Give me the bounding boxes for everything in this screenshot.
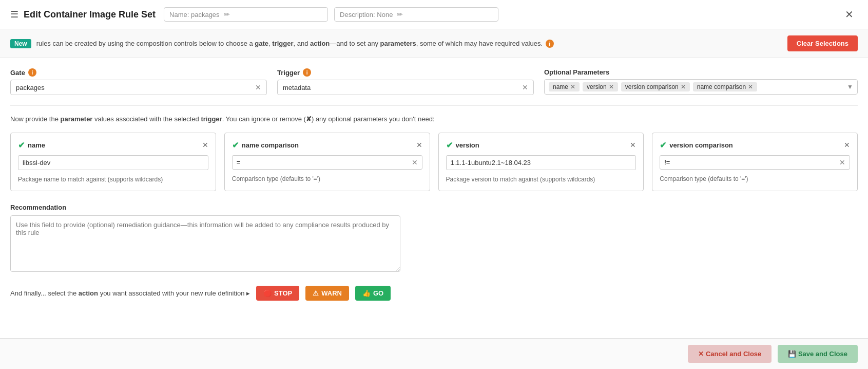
card-name-comparison-input-wrap: ✕ [232, 155, 422, 170]
param-tag-version-remove[interactable]: ✕ [609, 83, 614, 90]
card-name-comparison-description: Comparison type (defaults to '=') [232, 175, 422, 183]
stop-label: STOP [274, 289, 292, 297]
gate-label: Gate [10, 69, 25, 77]
card-version-comparison-title: version comparison [669, 141, 733, 149]
card-version-input[interactable] [446, 155, 636, 170]
stop-action-button[interactable]: 🛑 STOP [256, 286, 299, 301]
clear-selections-button[interactable]: Clear Selections [787, 35, 858, 51]
card-name-description: Package name to match against (supports … [18, 175, 208, 184]
param-card-version: ✔ version ✕ Package version to match aga… [438, 133, 644, 192]
description-field: Description: None ✏ [334, 7, 498, 22]
card-name-comparison-title: name comparison [242, 141, 299, 149]
param-tag-name-comparison: name comparison ✕ [693, 82, 757, 91]
trigger-label: Trigger [277, 69, 300, 77]
name-field-label: Name: packages [169, 11, 220, 19]
go-icon: 👍 [362, 289, 371, 297]
divider [10, 105, 858, 106]
trigger-value: metadata [283, 84, 519, 91]
card-version-title: version [456, 141, 479, 149]
recommendation-section: Recommendation [10, 204, 858, 273]
card-name-comparison-input[interactable] [237, 158, 409, 166]
trigger-select[interactable]: metadata ✕ [277, 80, 534, 95]
description-edit-icon[interactable]: ✏ [397, 10, 403, 19]
card-name-check-icon: ✔ [18, 140, 25, 150]
param-card-version-comparison: ✔ version comparison ✕ ✕ Comparison type… [652, 133, 858, 192]
card-name-comparison-close-button[interactable]: ✕ [416, 141, 422, 149]
recommendation-label: Recommendation [10, 204, 858, 211]
name-field: Name: packages ✏ [164, 7, 328, 22]
param-tag-version: version ✕ [583, 82, 618, 91]
action-row: And finally... select the action you wan… [10, 286, 858, 301]
go-label: GO [373, 289, 383, 297]
card-version-close-button[interactable]: ✕ [630, 141, 636, 149]
gate-select[interactable]: packages ✕ [10, 80, 267, 95]
banner-text: rules can be created by using the compos… [36, 39, 782, 49]
gate-info-icon[interactable]: i [28, 68, 36, 77]
action-label: And finally... select the action you wan… [10, 289, 250, 297]
param-cards-container: ✔ name ✕ Package name to match against (… [10, 133, 858, 192]
optional-params-dropdown[interactable]: ▼ [847, 83, 853, 90]
card-version-comparison-input[interactable] [664, 158, 836, 166]
param-tag-name: name ✕ [549, 82, 580, 91]
param-tag-version-comparison: version comparison ✕ [621, 82, 690, 91]
card-version-comparison-check-icon: ✔ [660, 140, 666, 150]
param-tag-name-comparison-remove[interactable]: ✕ [748, 83, 753, 90]
card-version-comparison-description: Comparison type (defaults to '=') [660, 175, 850, 183]
card-name-comparison-check-icon: ✔ [232, 140, 239, 150]
modal-footer: ✕ Cancel and Close 💾 Save and Close [0, 338, 868, 369]
param-card-name: ✔ name ✕ Package name to match against (… [10, 133, 216, 192]
modal-close-button[interactable]: ✕ [841, 6, 858, 23]
edit-icon: ☰ [10, 9, 18, 20]
info-icon[interactable]: i [546, 40, 554, 48]
card-version-comparison-clear-button[interactable]: ✕ [839, 158, 845, 167]
param-tag-name-remove[interactable]: ✕ [570, 83, 575, 90]
new-badge: New [10, 39, 31, 48]
card-version-comparison-close-button[interactable]: ✕ [844, 141, 850, 149]
recommendation-textarea[interactable] [10, 215, 400, 272]
warn-icon: ⚠ [313, 289, 319, 297]
save-close-button[interactable]: 💾 Save and Close [778, 345, 858, 363]
card-name-input[interactable] [18, 155, 208, 170]
go-action-button[interactable]: 👍 GO [355, 286, 391, 301]
trigger-info-icon[interactable]: i [303, 68, 311, 77]
card-name-title: name [28, 141, 45, 149]
card-name-close-button[interactable]: ✕ [202, 141, 208, 149]
card-version-description: Package version to match against (suppor… [446, 175, 636, 184]
stop-icon: 🛑 [263, 289, 272, 297]
page-title: Edit Container Image Rule Set [24, 9, 156, 20]
param-tag-version-comparison-remove[interactable]: ✕ [681, 83, 686, 90]
name-edit-icon[interactable]: ✏ [224, 10, 230, 19]
warn-label: WARN [321, 289, 342, 297]
card-version-check-icon: ✔ [446, 140, 453, 150]
card-version-comparison-input-wrap: ✕ [660, 155, 850, 170]
cancel-close-button[interactable]: ✕ Cancel and Close [688, 345, 771, 363]
description-field-label: Description: None [340, 11, 393, 19]
optional-params-label: Optional Parameters [544, 68, 609, 76]
instructions-text: Now provide the parameter values associa… [10, 114, 858, 124]
warn-action-button[interactable]: ⚠ WARN [305, 286, 349, 301]
param-card-name-comparison: ✔ name comparison ✕ ✕ Comparison type (d… [224, 133, 430, 192]
gate-clear-button[interactable]: ✕ [255, 83, 261, 91]
trigger-clear-button[interactable]: ✕ [522, 83, 528, 91]
optional-params-container: name ✕ version ✕ version comparison ✕ na… [544, 79, 858, 95]
card-name-comparison-clear-button[interactable]: ✕ [412, 158, 418, 167]
gate-value: packages [16, 84, 252, 91]
